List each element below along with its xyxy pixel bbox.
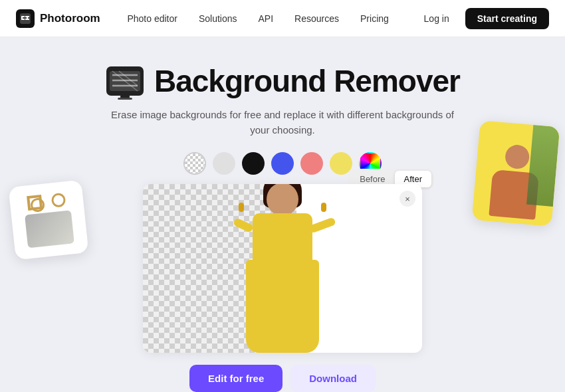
download-button[interactable]: Download (290, 365, 376, 392)
page-title: Background Remover (154, 63, 460, 99)
float-card-product (9, 180, 89, 260)
svg-point-11 (52, 193, 65, 207)
svg-rect-9 (118, 98, 132, 100)
hero-subtitle: Erase image backgrounds for free and rep… (111, 108, 454, 138)
swatch-blue[interactable] (271, 152, 294, 175)
nav-actions: Log in Start creating (416, 8, 549, 29)
edit-for-free-button[interactable]: Edit for free (189, 365, 282, 392)
float-card-person (472, 120, 560, 227)
svg-point-10 (31, 199, 45, 212)
hero-title-group: Background Remover (105, 61, 460, 101)
swatch-black[interactable] (242, 152, 265, 175)
login-button[interactable]: Log in (416, 9, 457, 28)
start-creating-button[interactable]: Start creating (465, 8, 549, 29)
nav-api[interactable]: API (259, 13, 274, 24)
subject-figure (229, 184, 336, 353)
action-buttons: Edit for free Download (189, 365, 376, 392)
brand-name: Photoroom (40, 12, 100, 25)
nav-solutions[interactable]: Solutions (199, 13, 237, 24)
close-button[interactable]: × (399, 191, 415, 207)
main-content: Background Remover Erase image backgroun… (0, 37, 565, 392)
image-canvas: × (143, 184, 422, 353)
nav-links: Photo editor Solutions API Resources Pri… (127, 13, 388, 24)
logo-icon (16, 9, 35, 28)
earring-icon-2 (51, 192, 66, 208)
swatch-transparent[interactable] (183, 152, 206, 175)
nav-resources[interactable]: Resources (294, 13, 339, 24)
navbar: Photoroom Photo editor Solutions API Res… (0, 0, 565, 37)
nav-photo-editor[interactable]: Photo editor (127, 13, 177, 24)
person-head (505, 144, 530, 170)
background-remover-icon (105, 61, 145, 101)
swatch-light-gray[interactable] (213, 152, 235, 175)
nav-pricing[interactable]: Pricing (360, 13, 389, 24)
brand-logo[interactable]: Photoroom (16, 9, 100, 28)
product-surface (25, 210, 74, 248)
earring-icon (27, 195, 43, 211)
swatch-pink[interactable] (300, 152, 323, 175)
